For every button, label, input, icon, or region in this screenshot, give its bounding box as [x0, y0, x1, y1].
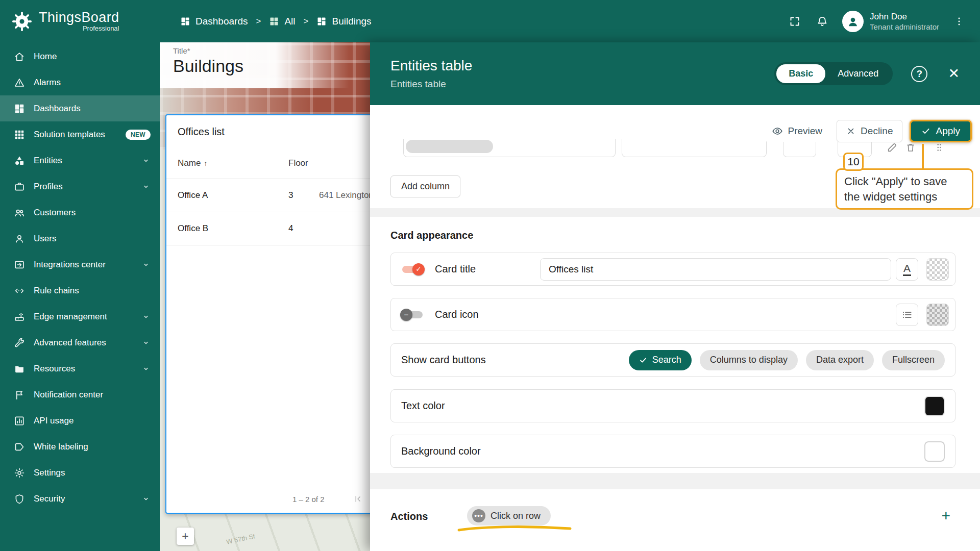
breadcrumb-separator: >: [256, 16, 261, 27]
sidebar-item-entities[interactable]: Entities: [0, 147, 160, 173]
column-header-floor[interactable]: Floor: [288, 158, 319, 168]
brand-name: ThingsBoard: [39, 10, 119, 24]
text-color-label: Text color: [401, 400, 445, 412]
table-pagination: 1 – 2 of 2: [292, 494, 362, 504]
tab-advanced[interactable]: Advanced: [825, 64, 891, 83]
chip-data-export[interactable]: Data export: [806, 350, 874, 370]
trash-icon[interactable]: [905, 142, 916, 153]
sidebar-item-advanced-features[interactable]: Advanced features: [0, 330, 160, 356]
action-chip-label: Click on row: [491, 511, 541, 521]
sidebar-item-white-labeling[interactable]: White labeling: [0, 434, 160, 460]
column-header-name[interactable]: Name↑: [178, 158, 288, 168]
alarms-icon: [13, 77, 26, 89]
table-row[interactable]: Office A 3 641 Lexington: [166, 179, 370, 212]
tour-step-badge: 10: [843, 153, 864, 171]
sidebar-item-label: Home: [34, 52, 151, 62]
breadcrumb-dashboards[interactable]: Dashboards: [180, 16, 248, 27]
table-row[interactable]: Office B 4: [166, 212, 370, 245]
sidebar-item-users[interactable]: Users: [0, 226, 160, 252]
edit-pencil-icon[interactable]: [887, 142, 898, 153]
font-icon: A: [903, 263, 911, 276]
chip-columns-to-display[interactable]: Columns to display: [700, 350, 798, 370]
card-icon-row: − Card icon: [390, 298, 955, 331]
sidebar-item-api-usage[interactable]: API usage: [0, 408, 160, 434]
card-title-toggle[interactable]: ✓: [401, 265, 424, 274]
settings-mode-toggle: Basic Advanced: [774, 62, 893, 85]
chip-label: Fullscreen: [892, 355, 935, 365]
brand[interactable]: ThingsBoard Professional: [0, 0, 160, 42]
user-menu[interactable]: John Doe Tenant administrator: [842, 11, 939, 32]
chevron-down-icon: [141, 364, 151, 373]
card-icon-color-swatch[interactable]: [926, 304, 949, 326]
preview-button[interactable]: Preview: [765, 120, 830, 142]
panel-header: Entities table Entities table Basic Adva…: [370, 42, 980, 105]
sidebar-item-settings[interactable]: Settings: [0, 460, 160, 486]
first-page-icon[interactable]: [353, 494, 362, 504]
truncated-column-key-field[interactable]: [622, 139, 767, 157]
map-zoom-in-button[interactable]: +: [177, 528, 194, 545]
truncated-width-field[interactable]: [783, 142, 816, 157]
solution-templates-icon: [13, 129, 26, 141]
drag-handle-icon[interactable]: [934, 142, 945, 153]
kebab-menu-icon[interactable]: [951, 14, 967, 29]
sidebar-item-notification-center[interactable]: Notification center: [0, 382, 160, 408]
sidebar: ThingsBoard Professional Home Alarms Das…: [0, 0, 160, 551]
sidebar-item-edge-management[interactable]: Edge management: [0, 304, 160, 330]
toggle-knob-minus-icon: −: [400, 309, 412, 321]
settings-icon: [13, 467, 26, 479]
dashboards-icon: [180, 16, 190, 27]
breadcrumb-separator: >: [304, 16, 309, 27]
user-name: John Doe: [870, 11, 939, 22]
offices-list-widget[interactable]: Offices list Name↑ Floor Office A 3 641 …: [165, 114, 370, 514]
card-title-color-swatch[interactable]: [926, 258, 949, 281]
icon-list-button[interactable]: [896, 304, 918, 326]
sidebar-item-rule-chains[interactable]: Rule chains: [0, 278, 160, 304]
table-header-row: Name↑ Floor: [166, 148, 370, 179]
sidebar-item-label: Dashboards: [34, 104, 151, 114]
chip-search[interactable]: Search: [629, 350, 692, 370]
sidebar-item-label: Advanced features: [34, 338, 133, 348]
help-icon[interactable]: ?: [911, 66, 927, 82]
close-icon[interactable]: ✕: [948, 67, 960, 81]
integrations-icon: [13, 259, 26, 271]
font-settings-button[interactable]: A: [896, 258, 918, 281]
card-icon-toggle[interactable]: −: [401, 310, 424, 319]
tour-tooltip: Click "Apply" to save the widget setting…: [836, 168, 973, 210]
dashboard-title[interactable]: Buildings: [173, 56, 357, 76]
check-icon: [921, 127, 930, 136]
breadcrumb-all[interactable]: All: [269, 16, 295, 27]
brand-subtitle: Professional: [83, 24, 119, 32]
action-click-on-row-chip[interactable]: ••• Click on row: [467, 506, 551, 525]
breadcrumb-buildings[interactable]: Buildings: [316, 16, 371, 27]
decline-button[interactable]: Decline: [837, 120, 902, 142]
show-card-buttons-label: Show card buttons: [401, 354, 486, 366]
sidebar-item-security[interactable]: Security: [0, 486, 160, 512]
sidebar-item-label: Solution templates: [34, 130, 117, 140]
sidebar-item-resources[interactable]: Resources: [0, 356, 160, 382]
notifications-bell-icon[interactable]: [815, 14, 830, 29]
sidebar-item-label: Security: [34, 494, 133, 504]
sidebar-item-dashboards[interactable]: Dashboards: [0, 95, 160, 121]
sidebar-item-customers[interactable]: Customers: [0, 199, 160, 226]
entities-icon: [13, 155, 26, 167]
sidebar-item-integrations-center[interactable]: Integrations center: [0, 252, 160, 278]
sidebar-item-alarms[interactable]: Alarms: [0, 69, 160, 95]
sidebar-item-label: Users: [34, 234, 151, 244]
new-badge: NEW: [126, 130, 151, 140]
background-color-swatch[interactable]: [924, 441, 945, 462]
chip-label: Columns to display: [710, 355, 788, 365]
dashboard-icon: [316, 16, 327, 27]
sidebar-item-solution-templates[interactable]: Solution templates NEW: [0, 121, 160, 147]
chip-fullscreen[interactable]: Fullscreen: [882, 350, 945, 370]
apply-button[interactable]: Apply: [910, 120, 972, 142]
add-column-button[interactable]: Add column: [390, 176, 460, 197]
home-icon: [13, 51, 26, 63]
tab-basic[interactable]: Basic: [776, 64, 825, 83]
card-title-input[interactable]: [540, 258, 891, 281]
sidebar-item-profiles[interactable]: Profiles: [0, 173, 160, 199]
card-buttons-chips: Search Columns to display Data export Fu…: [629, 350, 945, 370]
text-color-swatch[interactable]: [924, 396, 945, 416]
sidebar-item-home[interactable]: Home: [0, 43, 160, 69]
fullscreen-icon[interactable]: [787, 14, 802, 29]
add-action-button[interactable]: +: [941, 508, 950, 523]
